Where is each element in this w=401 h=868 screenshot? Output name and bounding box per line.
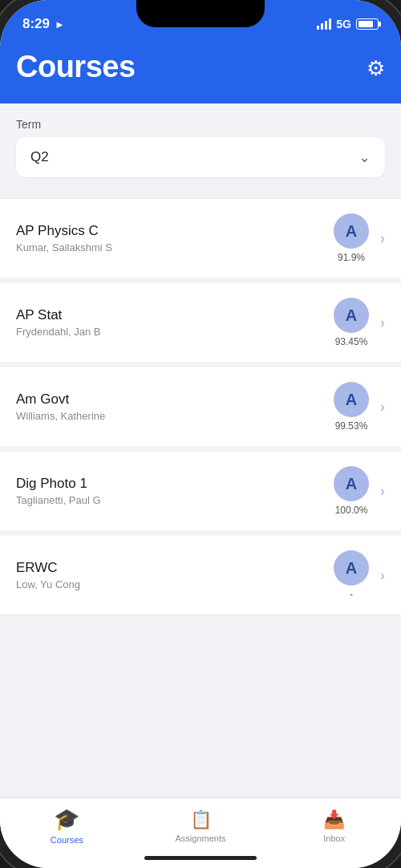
- location-icon: ►: [55, 18, 65, 30]
- grade-percent: -: [350, 589, 353, 600]
- inbox-nav-label: Inbox: [323, 834, 345, 843]
- term-value: Q2: [30, 149, 49, 165]
- grade-circle: A: [334, 382, 369, 417]
- grade-percent: 100.0%: [335, 505, 368, 516]
- course-info: Am Govt Williams, Katherine: [16, 391, 334, 422]
- app-header: Courses ⚙: [0, 43, 401, 103]
- chevron-down-icon: ⌄: [358, 148, 371, 166]
- grade-percent: 93.45%: [335, 336, 368, 347]
- course-teacher: Williams, Katherine: [16, 410, 334, 422]
- signal-bar-4: [329, 18, 331, 30]
- courses-nav-label: Courses: [51, 835, 83, 845]
- course-grade-area: A -: [334, 550, 369, 600]
- main-container: Courses ⚙ Term Q2 ⌄ AP Physics C Kumar, …: [0, 43, 401, 868]
- course-info: AP Stat Frydendahl, Jan B: [16, 307, 334, 338]
- chevron-right-icon: ›: [380, 567, 385, 584]
- course-name: ERWC: [16, 560, 334, 576]
- chevron-right-icon: ›: [380, 399, 385, 416]
- course-grade-area: A 100.0%: [334, 466, 369, 516]
- course-list: AP Physics C Kumar, Sailakshmi S A 91.9%…: [0, 185, 401, 628]
- chevron-right-icon: ›: [380, 314, 385, 331]
- nav-item-assignments[interactable]: 📋 Assignments: [134, 798, 268, 854]
- signal-bar-2: [321, 23, 323, 30]
- course-teacher: Low, Yu Cong: [16, 578, 334, 590]
- assignments-icon: 📋: [190, 809, 212, 830]
- signal-bars: [317, 18, 331, 30]
- course-item[interactable]: AP Physics C Kumar, Sailakshmi S A 91.9%…: [0, 198, 401, 278]
- nav-item-courses[interactable]: 🎓 Courses: [0, 798, 134, 854]
- chevron-right-icon: ›: [380, 230, 385, 247]
- phone-frame: 8:29 ► 5G Courses ⚙ Ter: [0, 0, 401, 868]
- inbox-icon: 📥: [323, 809, 345, 830]
- course-info: ERWC Low, Yu Cong: [16, 560, 334, 590]
- course-item[interactable]: Dig Photo 1 Taglianetti, Paul G A 100.0%…: [0, 452, 401, 531]
- course-teacher: Frydendahl, Jan B: [16, 326, 334, 338]
- signal-bar-3: [325, 21, 327, 30]
- page-title: Courses: [16, 50, 136, 84]
- grade-circle: A: [334, 466, 369, 501]
- course-name: Am Govt: [16, 391, 334, 408]
- term-label: Term: [16, 118, 385, 131]
- grade-circle: A: [334, 550, 369, 586]
- nav-item-inbox[interactable]: 📥 Inbox: [267, 798, 401, 854]
- course-name: Dig Photo 1: [16, 476, 334, 492]
- network-type: 5G: [336, 18, 351, 30]
- time-display: 8:29: [22, 16, 50, 32]
- courses-icon: 🎓: [54, 807, 79, 832]
- assignments-nav-label: Assignments: [176, 834, 226, 843]
- battery-tip: [379, 22, 381, 26]
- home-indicator: [144, 856, 257, 860]
- signal-bar-1: [317, 26, 319, 30]
- notch: [136, 0, 265, 27]
- grade-percent: 91.9%: [338, 252, 365, 263]
- course-item[interactable]: AP Stat Frydendahl, Jan B A 93.45% ›: [0, 283, 401, 363]
- course-teacher: Kumar, Sailakshmi S: [16, 241, 334, 254]
- course-grade-area: A 93.45%: [334, 298, 369, 347]
- main-content: Term Q2 ⌄ AP Physics C Kumar, Sailakshmi…: [0, 103, 401, 797]
- course-name: AP Stat: [16, 307, 334, 323]
- battery-fill: [358, 21, 373, 27]
- grade-circle: A: [334, 213, 369, 249]
- settings-icon[interactable]: ⚙: [367, 56, 385, 81]
- chevron-right-icon: ›: [380, 483, 385, 500]
- grade-circle: A: [334, 298, 369, 333]
- status-right: 5G: [317, 18, 379, 30]
- course-grade-area: A 99.53%: [334, 382, 369, 432]
- course-grade-area: A 91.9%: [334, 213, 369, 263]
- term-section: Term Q2 ⌄: [0, 103, 401, 185]
- battery-icon: [356, 18, 379, 30]
- course-info: Dig Photo 1 Taglianetti, Paul G: [16, 476, 334, 506]
- term-dropdown[interactable]: Q2 ⌄: [16, 137, 385, 177]
- course-info: AP Physics C Kumar, Sailakshmi S: [16, 223, 334, 254]
- course-name: AP Physics C: [16, 223, 334, 239]
- course-teacher: Taglianetti, Paul G: [16, 494, 334, 506]
- course-item[interactable]: Am Govt Williams, Katherine A 99.53% ›: [0, 367, 401, 447]
- status-time: 8:29 ►: [22, 16, 65, 32]
- course-item[interactable]: ERWC Low, Yu Cong A - ›: [0, 536, 401, 615]
- grade-percent: 99.53%: [335, 420, 368, 432]
